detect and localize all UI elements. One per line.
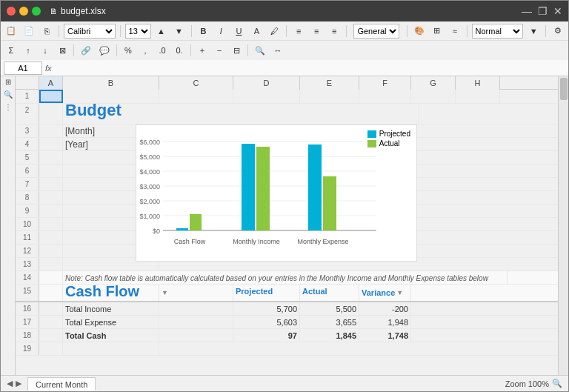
- cell-a5[interactable]: [39, 151, 63, 164]
- cell-d17-projected[interactable]: 5,603: [233, 316, 300, 328]
- bold-btn[interactable]: B: [196, 24, 210, 39]
- highlight-btn[interactable]: 🖊: [267, 24, 282, 39]
- number-format-select[interactable]: General: [353, 24, 399, 39]
- font-size-select[interactable]: 13: [125, 24, 151, 39]
- font-select[interactable]: Calibri: [64, 24, 116, 39]
- decrease-decimal-btn[interactable]: 0.: [172, 43, 187, 58]
- col-header-d[interactable]: D: [233, 76, 300, 90]
- cell-a2[interactable]: [39, 104, 63, 124]
- sort-desc-btn[interactable]: ↓: [38, 43, 53, 58]
- zoom-icon[interactable]: 🔍: [552, 379, 562, 388]
- filter-btn[interactable]: ⊠: [55, 43, 70, 58]
- cell-a18[interactable]: [39, 329, 63, 342]
- cell-a4[interactable]: [39, 138, 63, 150]
- cell-a15[interactable]: [39, 285, 63, 301]
- cell-f15-variance[interactable]: Variance ▼: [359, 285, 411, 301]
- cell-a10[interactable]: [39, 218, 63, 230]
- comma-btn[interactable]: ,: [138, 43, 153, 58]
- cell-f1[interactable]: [359, 90, 411, 103]
- cell-c15[interactable]: ▼: [159, 285, 233, 301]
- col-header-g[interactable]: G: [411, 76, 456, 90]
- cell-f17-variance[interactable]: 1,948: [359, 316, 411, 328]
- cell-h1[interactable]: [456, 90, 500, 103]
- sidebar-search-icon[interactable]: 🔍: [4, 90, 13, 99]
- cell-a11[interactable]: [39, 231, 63, 244]
- sheet-prev-btn[interactable]: ◀: [7, 379, 13, 388]
- cell-b16[interactable]: Total Income: [63, 302, 159, 315]
- clipboard-btn[interactable]: 📋: [4, 24, 19, 39]
- paste-btn[interactable]: 📄: [21, 24, 36, 39]
- italic-btn[interactable]: I: [213, 24, 228, 39]
- cell-g1[interactable]: [411, 90, 456, 103]
- cell-b17[interactable]: Total Expense: [63, 316, 159, 328]
- cell-b2-budget-title[interactable]: Budget: [63, 104, 419, 124]
- style-select[interactable]: Normal: [472, 24, 524, 39]
- sheet-next-btn[interactable]: ▶: [16, 379, 21, 388]
- vertical-scrollbar[interactable]: [558, 76, 568, 375]
- cell-a8[interactable]: [39, 191, 63, 204]
- close-button[interactable]: [7, 7, 16, 16]
- cell-d1[interactable]: [233, 90, 300, 103]
- cell-a12[interactable]: [39, 245, 63, 257]
- win-restore-icon[interactable]: ❐: [538, 5, 548, 17]
- cell-e16-actual[interactable]: 5,500: [300, 302, 359, 315]
- col-header-b[interactable]: B: [63, 76, 159, 90]
- sum-btn[interactable]: Σ: [4, 43, 19, 58]
- col-header-h[interactable]: H: [456, 76, 500, 90]
- increase-decimal-btn[interactable]: .0: [155, 43, 170, 58]
- copy-btn[interactable]: ⎘: [39, 24, 54, 39]
- cell-d16-projected[interactable]: 5,700: [233, 302, 300, 315]
- align-right-btn[interactable]: ≡: [327, 24, 342, 39]
- cell-d18-projected[interactable]: 97: [233, 329, 300, 342]
- cell-e15-actual[interactable]: Actual: [300, 285, 359, 301]
- win-min-icon[interactable]: —: [522, 5, 532, 17]
- percent-btn[interactable]: %: [121, 43, 136, 58]
- align-left-btn[interactable]: ≡: [291, 24, 306, 39]
- minimize-button[interactable]: [19, 7, 28, 16]
- cell-a17[interactable]: [39, 316, 63, 328]
- underline-btn[interactable]: U: [231, 24, 246, 39]
- font-increase-btn[interactable]: ▲: [154, 24, 169, 39]
- cell-c18[interactable]: [159, 329, 233, 342]
- cell-a1[interactable]: [39, 90, 63, 103]
- insert-link-btn[interactable]: 🔗: [78, 43, 94, 58]
- cell-e1[interactable]: [300, 90, 359, 103]
- cell-d15-projected[interactable]: Projected: [233, 285, 300, 301]
- style-dropdown-btn[interactable]: ▼: [526, 24, 541, 39]
- cell-c1[interactable]: [159, 90, 233, 103]
- sidebar-more-icon[interactable]: ⋮: [4, 103, 12, 111]
- sidebar-nav-icon[interactable]: ⊞: [5, 78, 11, 86]
- comment-btn[interactable]: 💬: [96, 43, 113, 58]
- sheet-tab-current-month[interactable]: Current Month: [27, 377, 96, 391]
- cell-f18-variance[interactable]: 1,748: [359, 329, 411, 342]
- cell-e18-actual[interactable]: 1,845: [300, 329, 359, 342]
- cell-f16-variance[interactable]: -200: [359, 302, 411, 315]
- cell-b18[interactable]: Total Cash: [63, 329, 159, 342]
- cell-a7[interactable]: [39, 178, 63, 190]
- col-header-a[interactable]: A: [39, 76, 63, 90]
- replace-btn[interactable]: ↔: [270, 43, 285, 58]
- align-center-btn[interactable]: ≡: [309, 24, 324, 39]
- col-header-e[interactable]: E: [300, 76, 359, 90]
- format-table-btn[interactable]: ⊞: [430, 24, 445, 39]
- projected-dropdown-arrow[interactable]: ▼: [162, 287, 168, 299]
- col-header-f[interactable]: F: [359, 76, 411, 90]
- conditional-btn[interactable]: 🎨: [412, 24, 427, 39]
- cell-a16[interactable]: [39, 302, 63, 315]
- insert-btn[interactable]: +: [195, 43, 210, 58]
- cell-e17-actual[interactable]: 3,655: [300, 316, 359, 328]
- formula-input[interactable]: [55, 62, 565, 75]
- cell-note[interactable]: Note: Cash flow table is automatically c…: [63, 271, 508, 284]
- cell-a9[interactable]: [39, 205, 63, 217]
- cell-b19[interactable]: [63, 342, 159, 355]
- delete-btn[interactable]: −: [212, 43, 227, 58]
- maximize-button[interactable]: [32, 7, 41, 16]
- variance-dropdown-arrow[interactable]: ▼: [396, 287, 403, 299]
- font-color-btn[interactable]: A: [249, 24, 264, 39]
- cell-styles-btn[interactable]: ≈: [447, 24, 462, 39]
- sort-asc-btn[interactable]: ↑: [21, 43, 36, 58]
- font-decrease-btn[interactable]: ▼: [172, 24, 187, 39]
- col-header-c[interactable]: C: [159, 76, 233, 90]
- cell-a19[interactable]: [39, 342, 63, 355]
- find-btn[interactable]: 🔍: [252, 43, 268, 58]
